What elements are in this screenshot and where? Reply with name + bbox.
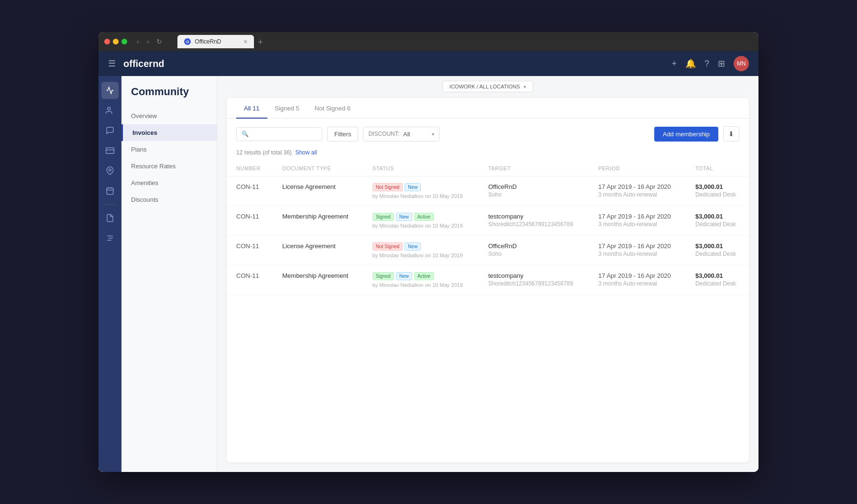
total-type: Dedicated Desk: [695, 251, 739, 257]
period-renewal: 3 months Auto-renewal: [598, 191, 676, 198]
total-type: Dedicated Desk: [695, 221, 739, 228]
download-button[interactable]: ⬇: [723, 126, 739, 142]
table-row[interactable]: CON-11Membership Agreement SignedNewActi…: [227, 206, 749, 236]
filters-button[interactable]: Filters: [327, 127, 358, 142]
content-area: ICOWORK / ALL LOCATIONS ▾ All 11 Signed …: [217, 76, 758, 472]
content-panel: All 11 Signed 5 Not Signed 6 🔍: [227, 98, 749, 462]
status-badge: Not Signed: [373, 242, 403, 251]
grid-icon[interactable]: ⊞: [718, 58, 725, 69]
new-tab-button[interactable]: +: [255, 36, 266, 48]
browser-tab[interactable]: O OfficeRnD ×: [177, 35, 254, 48]
tab-all[interactable]: All 11: [236, 98, 267, 119]
row-number: CON-11: [236, 213, 259, 220]
forward-button[interactable]: ›: [145, 37, 151, 46]
app-logo: officernd: [123, 58, 165, 69]
discount-chevron-icon: ▾: [432, 131, 434, 137]
browser-titlebar: ‹ › ↻ O OfficeRnD × +: [99, 32, 758, 51]
period-renewal: 3 months Auto-renewal: [598, 221, 676, 228]
sidebar-icon-location[interactable]: [101, 162, 119, 179]
col-status: STATUS: [363, 161, 479, 176]
close-button[interactable]: [104, 39, 110, 44]
sidebar-icon-card[interactable]: [101, 142, 119, 159]
status-badge: Active: [414, 213, 434, 221]
period-dates: 17 Apr 2019 - 16 Apr 2020: [598, 213, 676, 220]
location-badge[interactable]: ICOWORK / ALL LOCATIONS ▾: [442, 81, 533, 92]
status-badge: Not Signed: [373, 183, 403, 191]
table-body: CON-11License Agreement Not SignedNew by…: [227, 176, 749, 295]
row-status: SignedNewActive by Miroslav Nedialkov on…: [373, 213, 469, 229]
sidebar-section-title: Community: [121, 86, 217, 108]
browser-nav: ‹ › ↻: [135, 37, 164, 46]
total-type: Dedicated Desk: [695, 191, 739, 198]
sidebar-item-plans[interactable]: Plans: [121, 141, 217, 158]
table-row[interactable]: CON-11License Agreement Not SignedNew by…: [227, 176, 749, 206]
minimize-button[interactable]: [113, 39, 119, 44]
row-status: Not SignedNew by Miroslav Nedialkov on 1…: [373, 183, 469, 199]
target-location: Soho: [488, 191, 579, 198]
add-membership-button[interactable]: Add membership: [654, 127, 718, 142]
logo-suffix: rnd: [149, 58, 164, 69]
sidebar-icon-calendar[interactable]: [101, 182, 119, 199]
total-type: Dedicated Desk: [695, 280, 739, 287]
sidebar-item-invoices[interactable]: Invoices: [121, 124, 217, 141]
avatar[interactable]: MN: [734, 56, 749, 71]
table-row[interactable]: CON-11License Agreement Not SignedNew by…: [227, 236, 749, 265]
logo-prefix: office: [123, 58, 149, 69]
status-badge: Signed: [373, 213, 394, 221]
sidebar-icon-settings[interactable]: [101, 230, 119, 247]
show-all-link[interactable]: Show all: [295, 149, 317, 156]
sidebar-item-discounts[interactable]: Discounts: [121, 191, 217, 208]
avatar-initials: MN: [737, 60, 746, 67]
sidebar-icon-people[interactable]: [101, 102, 119, 119]
total-amount: $3,000.01: [695, 242, 739, 250]
browser-window: ‹ › ↻ O OfficeRnD × + ☰ officernd + 🔔 ?: [99, 32, 758, 472]
target-location: Shoreditch123456789123456789: [488, 280, 579, 287]
row-period: 17 Apr 2019 - 16 Apr 2020 3 months Auto-…: [598, 242, 676, 257]
svg-rect-4: [107, 188, 113, 195]
row-period: 17 Apr 2019 - 16 Apr 2020 3 months Auto-…: [598, 272, 676, 287]
results-count: 12 results (of total 36): [236, 149, 292, 156]
col-total: TOTAL: [686, 161, 749, 176]
svg-point-3: [109, 169, 111, 171]
search-input[interactable]: [252, 131, 317, 138]
browser-tab-bar: O OfficeRnD × +: [172, 35, 272, 48]
col-period: PERIOD: [589, 161, 686, 176]
row-total: $3,000.01 Dedicated Desk: [695, 272, 739, 287]
main-layout: Community Overview Invoices Plans Resour…: [99, 76, 758, 472]
notification-icon[interactable]: 🔔: [685, 58, 696, 69]
hamburger-icon[interactable]: ☰: [108, 58, 116, 69]
close-tab-icon[interactable]: ×: [243, 38, 247, 45]
back-button[interactable]: ‹: [135, 37, 141, 46]
results-info: 12 results (of total 36) Show all: [227, 149, 749, 161]
sidebar-icon-document[interactable]: [101, 209, 119, 227]
row-doc-type: License Agreement: [282, 242, 335, 250]
reload-button[interactable]: ↻: [154, 37, 164, 46]
sidebar-item-amenities[interactable]: Amenities: [121, 175, 217, 191]
chevron-down-icon: ▾: [524, 84, 526, 89]
row-target: OfficeRnD Soho: [488, 242, 579, 257]
table-row[interactable]: CON-11Membership Agreement SignedNewActi…: [227, 265, 749, 295]
traffic-lights: [104, 39, 127, 44]
status-by: by Miroslav Nedialkov on 10 May 2019: [373, 223, 469, 229]
discount-select[interactable]: DISCOUNT: All ▾: [363, 127, 439, 142]
maximize-button[interactable]: [121, 39, 127, 44]
icon-sidebar: [99, 76, 121, 472]
target-name: OfficeRnD: [488, 183, 579, 190]
sidebar-item-overview[interactable]: Overview: [121, 108, 217, 124]
search-icon: 🔍: [242, 131, 249, 137]
tab-not-signed[interactable]: Not Signed 6: [307, 98, 358, 119]
sidebar-icon-chart[interactable]: [101, 82, 119, 99]
sidebar-icon-chat[interactable]: [101, 122, 119, 139]
period-dates: 17 Apr 2019 - 16 Apr 2020: [598, 272, 676, 279]
tab-signed[interactable]: Signed 5: [267, 98, 307, 119]
status-badge: New: [405, 183, 421, 191]
app-navbar: ☰ officernd + 🔔 ? ⊞ MN: [99, 51, 758, 76]
status-by: by Miroslav Nedialkov on 10 May 2019: [373, 282, 469, 288]
help-icon[interactable]: ?: [704, 59, 709, 69]
sidebar-item-resource-rates[interactable]: Resource Rates: [121, 158, 217, 175]
location-text: ICOWORK / ALL LOCATIONS: [450, 84, 520, 89]
row-doc-type: License Agreement: [282, 183, 335, 190]
sidebar-divider: [104, 204, 116, 205]
period-renewal: 3 months Auto-renewal: [598, 251, 676, 257]
add-icon[interactable]: +: [671, 59, 677, 69]
